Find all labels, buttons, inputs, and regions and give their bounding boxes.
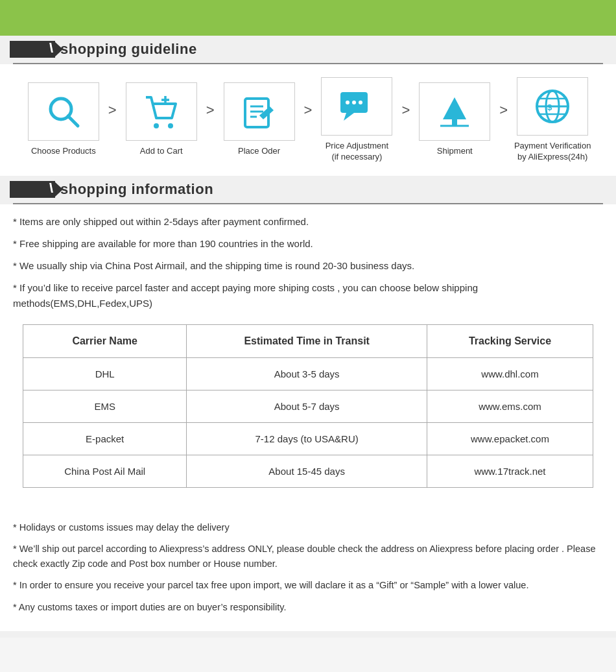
step-price-adjustment: Price Adjustment (if necessary): [318, 77, 396, 163]
cart-icon: [142, 92, 181, 131]
ship-icon: [435, 92, 474, 131]
step-icon-price-adjustment: [321, 77, 392, 136]
col-header-carrier: Carrier Name: [23, 324, 187, 357]
svg-point-15: [359, 101, 362, 104]
table-row: EMS About 5-7 days www.ems.com: [23, 390, 593, 422]
info-note-1: * Items are only shipped out within 2-5d…: [13, 211, 603, 233]
information-title: shopping information: [60, 181, 213, 198]
row1-tracking: www.dhl.com: [427, 357, 593, 390]
bottom-notes: * Holidays or customs issues may delay t…: [0, 510, 616, 631]
step-label-payment-verification: Payment Verification by AliExpress(24h): [514, 141, 591, 163]
info-note-3: * We usually ship via China Post Airmail…: [13, 255, 603, 277]
step-icon-payment-verification: $: [517, 77, 588, 136]
chat-icon: [337, 87, 376, 126]
table-header-row: Carrier Name Estimated Time in Transit T…: [23, 324, 593, 357]
row1-carrier: DHL: [23, 357, 187, 390]
bottom-note-2: * We’ll ship out parcel according to Ali…: [13, 538, 603, 575]
guideline-header: \\ shopping guideline: [0, 36, 616, 63]
info-accent-shape: \\: [10, 181, 55, 198]
globe-payment-icon: $: [533, 87, 572, 126]
green-header: [0, 0, 616, 36]
step-payment-verification: $ Payment Verification by AliExpress(24h…: [514, 77, 591, 163]
order-icon: [240, 92, 279, 131]
row3-transit: 7-12 days (to USA&RU): [187, 422, 427, 455]
col-header-transit: Estimated Time in Transit: [187, 324, 427, 357]
row4-transit: About 15-45 days: [187, 455, 427, 487]
step-icon-shipment: [419, 82, 490, 141]
col-header-tracking: Tracking Service: [427, 324, 593, 357]
svg-text:$: $: [547, 102, 552, 112]
table-row: E-packet 7-12 days (to USA&RU) www.epack…: [23, 422, 593, 455]
table-row: China Post Ail Mail About 15-45 days www…: [23, 455, 593, 487]
arrow-1: >: [106, 102, 119, 119]
bottom-note-1: * Holidays or customs issues may delay t…: [13, 517, 603, 538]
arrow-3: >: [302, 102, 315, 119]
row3-carrier: E-packet: [23, 422, 187, 455]
arrow-4: >: [399, 102, 412, 119]
info-accent-decoration: \\: [10, 181, 55, 198]
row4-tracking: www.17track.net: [427, 455, 593, 487]
bottom-note-4: * Any customs taxes or import duties are…: [13, 597, 603, 618]
info-section: * Items are only shipped out within 2-5d…: [0, 204, 616, 510]
step-place-order: Place Oder: [220, 82, 298, 157]
arrow-5: >: [497, 102, 510, 119]
accent-shape: \\: [10, 41, 55, 58]
step-label-shipment: Shipment: [437, 146, 473, 157]
svg-point-14: [352, 101, 356, 104]
info-note-4: * If you’d like to receive parcel faster…: [13, 277, 603, 315]
svg-point-2: [154, 123, 159, 128]
information-header: \\ shopping information: [0, 176, 616, 203]
guideline-title: shopping guideline: [60, 41, 197, 58]
svg-marker-12: [344, 113, 354, 121]
row2-tracking: www.ems.com: [427, 390, 593, 422]
row1-transit: About 3-5 days: [187, 357, 427, 390]
step-shipment: Shipment: [416, 82, 493, 157]
steps-container: Choose Products > Add to Cart >: [0, 64, 616, 176]
row2-carrier: EMS: [23, 390, 187, 422]
step-label-choose-products: Choose Products: [31, 146, 96, 157]
step-label-price-adjustment: Price Adjustment (if necessary): [326, 141, 389, 163]
svg-point-13: [346, 101, 349, 104]
bottom-note-3: * In order to ensure you receive your pa…: [13, 575, 603, 596]
step-add-to-cart: Add to Cart: [123, 82, 200, 157]
svg-marker-16: [443, 97, 466, 119]
step-label-place-order: Place Oder: [238, 146, 280, 157]
svg-marker-10: [259, 106, 274, 119]
row4-carrier: China Post Ail Mail: [23, 455, 187, 487]
step-label-add-to-cart: Add to Cart: [140, 146, 183, 157]
row2-transit: About 5-7 days: [187, 390, 427, 422]
step-icon-add-to-cart: [126, 82, 197, 141]
svg-point-3: [168, 123, 173, 128]
table-row: DHL About 3-5 days www.dhl.com: [23, 357, 593, 390]
step-icon-choose-products: [28, 82, 99, 141]
step-icon-place-order: [224, 82, 295, 141]
shipping-table: Carrier Name Estimated Time in Transit T…: [23, 324, 593, 488]
step-choose-products: Choose Products: [25, 82, 102, 157]
search-icon: [44, 92, 83, 131]
row3-tracking: www.epacket.com: [427, 422, 593, 455]
svg-line-1: [68, 116, 78, 126]
info-note-2: * Free shipping are available for more t…: [13, 233, 603, 255]
arrow-2: >: [204, 102, 217, 119]
accent-decoration: \\: [10, 41, 55, 58]
